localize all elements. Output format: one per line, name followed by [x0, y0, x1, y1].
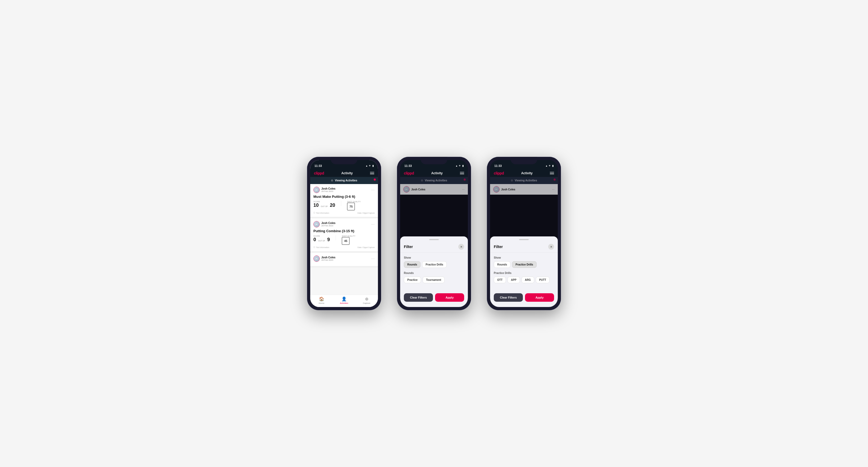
practice-drills-btn-3[interactable]: Practice Drills	[512, 261, 537, 268]
info-icon-1: ⓘ	[313, 212, 315, 214]
out-of-1: OUT OF	[321, 206, 328, 208]
rounds-label-2: Rounds	[404, 272, 464, 275]
sheet-body-3: Show Rounds Practice Drills Practice Dri…	[490, 253, 558, 291]
user-details-2: Josh Coles 28 Feb 2023	[321, 222, 335, 227]
viewing-activities-bar-2: ⚙ Viewing Activities	[400, 177, 468, 184]
user-name-2: Josh Coles	[321, 222, 335, 224]
quality-label-1: Shot Quality	[347, 201, 361, 203]
filter-sheet-3: Filter ✕ Show Rounds Practice Drills Pra…	[490, 237, 558, 307]
sheet-header-3: Filter ✕	[490, 242, 558, 253]
user-info-1: JC Josh Coles 28 Feb 2023	[313, 187, 335, 193]
ott-btn-3[interactable]: OTT	[494, 277, 506, 283]
phone-notch	[331, 157, 357, 164]
drills-options-3: OTT APP ARG PUTT	[494, 277, 554, 283]
phone-notch-3	[511, 157, 537, 164]
apply-button-3[interactable]: Apply	[525, 293, 554, 302]
more-options-1[interactable]: ···	[371, 188, 375, 192]
user-name-1: Josh Coles	[321, 187, 335, 190]
quality-col-2: Shot Quality 45	[342, 235, 356, 245]
notification-dot-3	[554, 179, 556, 181]
stat-divider-1	[341, 201, 341, 206]
nav-bar-3: clippd Activity	[490, 169, 558, 177]
quality-label-2: Shot Quality	[342, 235, 355, 237]
menu-button-2[interactable]	[460, 172, 464, 175]
close-button-2[interactable]: ✕	[458, 244, 464, 250]
practice-drills-btn-2[interactable]: Practice Drills	[422, 261, 447, 268]
more-options-2[interactable]: ···	[371, 222, 375, 226]
sheet-header-2: Filter ✕	[400, 242, 468, 253]
shot-quality-badge-1: 75	[347, 203, 355, 211]
activity-card-1: JC Josh Coles 28 Feb 2023 ··· Must Make …	[310, 184, 378, 218]
card-header-3: JC Josh Coles 28 Feb 2023 ···	[313, 255, 375, 262]
phone-3: 11:33 ▲ ᯤ ▮ clippd Activity ⚙ Viewing Ac…	[487, 157, 561, 310]
score-value-2: 0	[313, 237, 316, 243]
practice-btn-2[interactable]: Practice	[404, 277, 421, 283]
phone-screen: 11:33 ▲ ᯤ ▮ clippd Activity ⚙ Viewing Ac…	[310, 160, 378, 307]
drills-label-3: Practice Drills	[494, 272, 554, 275]
clear-filters-button-3[interactable]: Clear Filters	[494, 293, 523, 302]
more-options-3[interactable]: ···	[371, 257, 375, 260]
test-info-1: ⓘ Test Information	[313, 212, 329, 214]
status-time: 11:33	[314, 164, 322, 167]
quality-col-1: Shot Quality 75	[347, 201, 362, 211]
nav-item-home[interactable]: 🏠 Home	[310, 297, 333, 304]
viewing-activities-bar[interactable]: ⚙ Viewing Activities	[310, 177, 378, 184]
activity-list: JC Josh Coles 28 Feb 2023 ··· Must Make …	[310, 184, 378, 294]
rounds-btn-2[interactable]: Rounds	[404, 261, 421, 268]
shot-quality-badge-2: 45	[342, 237, 350, 245]
filter-sheet-2: Filter ✕ Show Rounds Practice Drills Rou…	[400, 237, 468, 307]
filter-icon-2: ⚙	[421, 179, 423, 182]
activity-title-2: Putting Combine (3-15 ft)	[313, 229, 375, 233]
status-time-3: 11:33	[494, 164, 502, 167]
status-icons-2: ▲ ᯤ ▮	[456, 164, 464, 167]
close-button-3[interactable]: ✕	[548, 244, 554, 250]
score-col-2: Score 0 OUT OF 9	[313, 235, 330, 243]
user-info-3: JC Josh Coles 28 Feb 2023	[313, 255, 335, 262]
phones-container: 11:33 ▲ ᯤ ▮ clippd Activity ⚙ Viewing Ac…	[307, 157, 561, 310]
status-icons-3: ▲ ᯤ ▮	[545, 164, 554, 167]
app-logo: clippd	[314, 171, 324, 175]
sheet-handle-3	[519, 239, 529, 240]
tournament-btn-2[interactable]: Tournament	[423, 277, 444, 283]
card-footer-1: ⓘ Test Information Data: Clippd Capture	[313, 212, 375, 214]
user-date-3: 28 Feb 2023	[321, 259, 335, 261]
menu-button[interactable]	[370, 172, 374, 175]
activities-icon: 👤	[341, 297, 347, 302]
capture-label: Capture	[363, 302, 370, 304]
viewing-activities-label: Viewing Activities	[335, 179, 357, 182]
rounds-btn-3[interactable]: Rounds	[494, 261, 510, 268]
dim-user-name: Josh Coles	[411, 188, 425, 191]
clear-filters-button-2[interactable]: Clear Filters	[404, 293, 433, 302]
card-header-2: JC Josh Coles 28 Feb 2023 ···	[313, 221, 375, 227]
wifi-icon-2: ᯤ	[459, 164, 461, 167]
card-footer-2: ⓘ Test Information Data: Clippd Capture	[313, 246, 375, 249]
app-logo-2: clippd	[404, 171, 414, 175]
signal-icon: ▲	[366, 164, 368, 167]
nav-bar: clippd Activity	[310, 169, 378, 177]
wifi-icon-3: ᯤ	[549, 164, 551, 167]
score-col-1: Score 10 OUT OF 20	[313, 201, 335, 208]
show-options-3: Rounds Practice Drills	[494, 261, 554, 268]
app-btn-3[interactable]: APP	[507, 277, 520, 283]
activity-card-3: JC Josh Coles 28 Feb 2023 ···	[310, 253, 378, 268]
bottom-nav: 🏠 Home 👤 Activities ⊕ Capture	[310, 294, 378, 307]
home-label: Home	[319, 302, 324, 304]
nav-item-activities[interactable]: 👤 Activities	[333, 297, 355, 304]
phone-2: 11:33 ▲ ᯤ ▮ clippd Activity ⚙ Viewing Ac…	[397, 157, 471, 310]
avatar-1: JC	[313, 187, 320, 193]
nav-item-capture[interactable]: ⊕ Capture	[355, 297, 378, 304]
battery-icon: ▮	[372, 164, 374, 167]
notification-dot	[374, 179, 376, 181]
shots-value-2: 9	[327, 237, 330, 243]
arg-btn-3[interactable]: ARG	[522, 277, 534, 283]
show-label-3: Show	[494, 256, 554, 259]
menu-button-3[interactable]	[550, 172, 554, 175]
card-header-1: JC Josh Coles 28 Feb 2023 ···	[313, 187, 375, 193]
apply-button-2[interactable]: Apply	[435, 293, 464, 302]
signal-icon-3: ▲	[545, 164, 548, 167]
user-info-2: JC Josh Coles 28 Feb 2023	[313, 221, 335, 227]
putt-btn-3[interactable]: PUTT	[536, 277, 550, 283]
nav-title: Activity	[341, 172, 352, 175]
show-label-2: Show	[404, 256, 464, 259]
avatar-image-1: JC	[314, 187, 319, 193]
